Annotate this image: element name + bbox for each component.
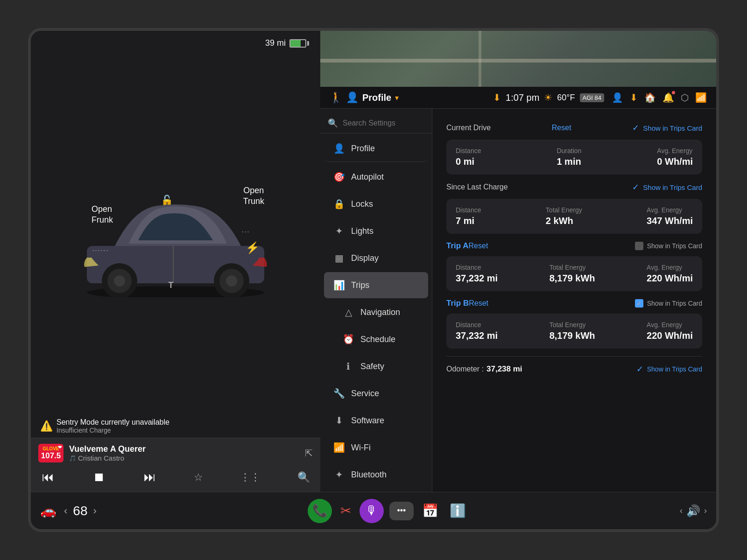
trip-b-checkbox[interactable]: ✓ bbox=[635, 299, 643, 308]
radio-freq: 107.5 bbox=[41, 451, 61, 461]
vol-decrease-button[interactable]: ‹ bbox=[680, 506, 683, 516]
dots-icon: ••• bbox=[397, 506, 406, 516]
odometer-checkmark: ✓ bbox=[636, 364, 643, 374]
trip-b-show-check[interactable]: ✓ Show in Trips Card bbox=[635, 299, 702, 308]
trip-b-card: Distance 37,232 mi Total Energy 8,179 kW… bbox=[446, 314, 702, 349]
settings-sidebar: 🔍 👤 Profile 🎯 Autopilot 🔒 bbox=[320, 109, 432, 492]
prev-button[interactable]: ⏮ bbox=[38, 468, 58, 486]
trip-a-checkbox[interactable] bbox=[635, 242, 643, 250]
settings-item-profile[interactable]: 👤 Profile bbox=[324, 135, 428, 162]
weather-temp: 60°F bbox=[557, 93, 575, 103]
mic-icon: 🎙 bbox=[366, 504, 378, 518]
bluetooth-header-icon[interactable]: ⬡ bbox=[681, 92, 689, 103]
settings-item-lights[interactable]: ✦ Lights bbox=[324, 218, 428, 244]
music-title: Vuelveme A Querer bbox=[69, 444, 299, 454]
trip-a-distance: Distance 37,232 mi bbox=[456, 264, 498, 284]
locks-label: Locks bbox=[351, 199, 373, 209]
temp-decrease-button[interactable]: ‹ bbox=[64, 505, 67, 517]
settings-item-autopilot[interactable]: 🎯 Autopilot bbox=[324, 164, 428, 190]
search-input[interactable] bbox=[343, 119, 432, 127]
car-bottom-icon: 🚗 bbox=[40, 503, 56, 518]
music-info: Vuelveme A Querer 🎵 Cristian Castro bbox=[69, 444, 299, 462]
safety-label: Safety bbox=[360, 362, 384, 371]
warning-icon: ⚠️ bbox=[40, 420, 53, 432]
cast-button[interactable]: ⇱ bbox=[305, 448, 313, 459]
since-charge-show-label: Show in Trips Card bbox=[643, 183, 702, 191]
car-area: Open Frunk OpenTrunk 🔓 bbox=[31, 31, 320, 414]
walk-icon: 🚶 bbox=[330, 91, 342, 104]
current-avg-energy: Avg. Energy 0 Wh/mi bbox=[657, 147, 693, 167]
vol-increase-button[interactable]: › bbox=[704, 506, 707, 516]
settings-item-software[interactable]: ⬇ Software bbox=[324, 407, 428, 434]
favorite-button[interactable]: ☆ bbox=[191, 469, 206, 485]
settings-item-wifi[interactable]: 📶 Wi-Fi bbox=[324, 434, 428, 461]
current-distance-value: 0 mi bbox=[456, 156, 481, 167]
software-icon: ⬇ bbox=[333, 415, 345, 426]
svg-point-8 bbox=[226, 275, 237, 287]
lights-label: Lights bbox=[351, 226, 374, 236]
calendar-button[interactable]: 📅 bbox=[419, 500, 441, 521]
current-drive-reset-button[interactable]: Reset bbox=[552, 124, 571, 132]
next-button[interactable]: ⏭ bbox=[140, 468, 160, 486]
phone-button[interactable]: 📞 bbox=[308, 499, 332, 523]
current-drive-label: Current Drive bbox=[446, 124, 491, 132]
settings-item-service[interactable]: 🔧 Service bbox=[324, 380, 428, 406]
phone-icon: 📞 bbox=[312, 504, 327, 518]
wifi-label: Wi-Fi bbox=[351, 443, 371, 453]
settings-item-navigation[interactable]: △ Navigation bbox=[324, 299, 428, 325]
header-right: 👤 ⬇ 🏠 🔔 ⬡ 📶 bbox=[612, 92, 707, 103]
time-display: 1:07 pm bbox=[506, 92, 539, 103]
profile-button[interactable]: Profile bbox=[362, 92, 391, 103]
svg-text:T: T bbox=[169, 280, 174, 290]
profile-icon[interactable]: 👤 bbox=[612, 92, 623, 103]
settings-item-display[interactable]: ▦ Display bbox=[324, 245, 428, 271]
trip-a-card: Distance 37,232 mi Total Energy 8,179 kW… bbox=[446, 256, 702, 291]
trip-b-avg-energy: Avg. Energy 220 Wh/mi bbox=[647, 321, 693, 341]
scissors-button[interactable]: ✂ bbox=[338, 500, 354, 521]
lights-icon: ✦ bbox=[333, 225, 345, 237]
info-button[interactable]: ℹ️ bbox=[447, 500, 469, 521]
navigation-label: Navigation bbox=[360, 308, 400, 317]
map-road-horizontal bbox=[320, 59, 716, 63]
home-icon[interactable]: 🏠 bbox=[644, 92, 656, 103]
autopilot-label: Autopilot bbox=[351, 172, 384, 182]
sentry-text: Sentry Mode currently unavailable Insuff… bbox=[56, 418, 169, 434]
mic-button[interactable]: 🎙 bbox=[359, 499, 384, 523]
current-drive-show-check[interactable]: ✓ Show in Trips Card bbox=[632, 123, 702, 133]
since-distance: Distance 7 mi bbox=[456, 206, 481, 226]
settings-item-upgrades[interactable]: 🎁 Upgrades bbox=[324, 489, 428, 492]
current-drive-checkmark: ✓ bbox=[632, 123, 639, 133]
trip-a-show-check[interactable]: Show in Trips Card bbox=[635, 242, 702, 250]
map-background bbox=[320, 31, 716, 87]
equalizer-button[interactable]: ⋮⋮ bbox=[237, 469, 263, 485]
settings-content: Current Drive Reset ✓ Show in Trips Card… bbox=[432, 109, 716, 492]
more-apps-button[interactable]: ••• bbox=[389, 502, 414, 520]
settings-item-bluetooth[interactable]: ✦ Bluetooth bbox=[324, 462, 428, 488]
bell-icon[interactable]: 🔔 bbox=[662, 92, 674, 103]
header-left: 🚶 👤 Profile ▾ bbox=[330, 91, 399, 104]
since-charge-show-check[interactable]: ✓ Show in Trips Card bbox=[632, 182, 702, 192]
settings-item-schedule[interactable]: ⏰ Schedule bbox=[324, 326, 428, 352]
odometer-label: Odometer : bbox=[446, 365, 484, 373]
settings-item-safety[interactable]: ℹ Safety bbox=[324, 353, 428, 379]
trip-a-stats: Distance 37,232 mi Total Energy 8,179 kW… bbox=[456, 264, 693, 284]
car-container: Open Frunk OpenTrunk 🔓 bbox=[73, 167, 278, 297]
trip-b-header: Trip B Reset ✓ Show in Trips Card bbox=[446, 299, 702, 308]
temp-increase-button[interactable]: › bbox=[93, 505, 96, 517]
music-controls: ⏮ ⏹ ⏭ ☆ ⋮⋮ 🔍 bbox=[38, 466, 313, 488]
search-music-button[interactable]: 🔍 bbox=[295, 469, 313, 485]
settings-item-locks[interactable]: 🔒 Locks bbox=[324, 191, 428, 217]
trip-a-reset-button[interactable]: Reset bbox=[469, 242, 488, 250]
bottom-right: ‹ 🔊 › bbox=[680, 504, 707, 518]
download-icon[interactable]: ⬇ bbox=[630, 92, 638, 103]
wifi-icon: 📶 bbox=[333, 442, 345, 453]
chevron-down-icon: ▾ bbox=[395, 93, 399, 102]
trip-b-reset-button[interactable]: Reset bbox=[469, 299, 488, 308]
odometer-show-check[interactable]: ✓ Show in Trips Card bbox=[636, 364, 702, 374]
signal-icon[interactable]: 📶 bbox=[695, 92, 707, 103]
temperature-value: 68 bbox=[73, 504, 87, 518]
header-center: ⬇ 1:07 pm ☀ 60°F AGI 84 bbox=[493, 92, 604, 103]
settings-item-trips[interactable]: 📊 Trips bbox=[324, 272, 428, 298]
stop-button[interactable]: ⏹ bbox=[89, 468, 109, 486]
sentry-warning: ⚠️ Sentry Mode currently unavailable Ins… bbox=[31, 414, 320, 438]
